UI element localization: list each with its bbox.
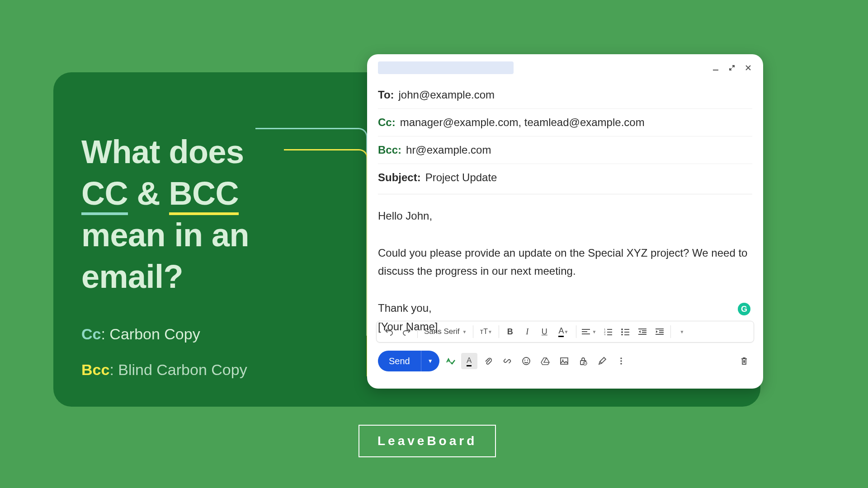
subject-preview-placeholder: [378, 61, 514, 74]
compose-actions: Send ▼ A: [367, 343, 763, 380]
body-greeting: Hello John,: [378, 207, 752, 225]
spellcheck-icon[interactable]: [442, 353, 458, 369]
signature-icon[interactable]: [594, 353, 610, 369]
to-label: To:: [378, 89, 394, 101]
headline-text: mean in an: [81, 217, 249, 253]
bcc-value: hr@example.com: [406, 144, 491, 156]
bcc-label: Bcc:: [378, 144, 401, 156]
svg-point-33: [620, 363, 622, 365]
svg-point-24: [523, 357, 530, 365]
cc-prefix: Cc: [81, 325, 101, 343]
to-value: john@example.com: [399, 89, 495, 101]
subject-field[interactable]: Subject: Project Update: [378, 164, 752, 194]
compose-header: [367, 54, 763, 81]
emoji-icon[interactable]: [518, 353, 534, 369]
trash-icon[interactable]: [736, 353, 752, 369]
text-format-icon[interactable]: A: [461, 353, 477, 369]
link-icon[interactable]: [499, 353, 515, 369]
expand-icon[interactable]: [728, 64, 736, 72]
subject-label: Subject:: [378, 171, 421, 184]
bcc-prefix: Bcc: [81, 361, 109, 378]
drive-icon[interactable]: [537, 353, 553, 369]
body-paragraph: Could you please provide an update on th…: [378, 244, 752, 281]
image-icon[interactable]: [556, 353, 572, 369]
grammarly-icon[interactable]: G: [738, 303, 750, 315]
more-options-icon[interactable]: [613, 353, 629, 369]
confidential-icon[interactable]: [575, 353, 591, 369]
recipient-fields: To: john@example.com Cc: manager@example…: [367, 81, 763, 194]
email-compose-window: To: john@example.com Cc: manager@example…: [367, 54, 763, 389]
headline-amp: &: [137, 175, 160, 211]
to-field[interactable]: To: john@example.com: [378, 81, 752, 109]
definition-cc: Cc: Carbon Copy: [81, 325, 247, 343]
send-options-icon[interactable]: ▼: [421, 351, 439, 371]
svg-point-32: [620, 360, 622, 362]
headline-text: email?: [81, 258, 183, 295]
cc-label: Cc:: [378, 116, 396, 129]
headline-bcc: BCC: [169, 175, 239, 215]
definitions: Cc: Carbon Copy Bcc: Blind Carbon Copy: [81, 325, 247, 379]
cc-value: manager@example.com, teamlead@example.co…: [400, 116, 645, 129]
bcc-connector-line: [284, 149, 368, 376]
close-icon[interactable]: [744, 64, 752, 72]
cc-meaning: : Carbon Copy: [101, 325, 200, 343]
svg-point-26: [527, 360, 528, 361]
definition-bcc: Bcc: Blind Carbon Copy: [81, 361, 247, 379]
body-signature: [Your Name]: [378, 318, 752, 336]
subject-value: Project Update: [425, 171, 497, 184]
attachment-icon[interactable]: [480, 353, 496, 369]
headline-cc: CC: [81, 175, 128, 215]
minimize-icon[interactable]: [712, 64, 720, 72]
bcc-meaning: : Blind Carbon Copy: [109, 361, 247, 378]
window-controls: [712, 64, 752, 72]
cc-field[interactable]: Cc: manager@example.com, teamlead@exampl…: [378, 109, 752, 136]
svg-point-31: [620, 357, 622, 359]
body-thanks: Thank you,: [378, 299, 752, 318]
send-label: Send: [378, 356, 421, 366]
svg-point-25: [524, 360, 525, 361]
brand-badge: LeaveBoard: [359, 425, 496, 457]
bcc-field[interactable]: Bcc: hr@example.com: [378, 136, 752, 164]
email-body[interactable]: Hello John, Could you please provide an …: [367, 194, 763, 321]
headline-text: What does: [81, 134, 244, 170]
send-button[interactable]: Send ▼: [378, 351, 439, 371]
svg-rect-27: [561, 358, 568, 364]
